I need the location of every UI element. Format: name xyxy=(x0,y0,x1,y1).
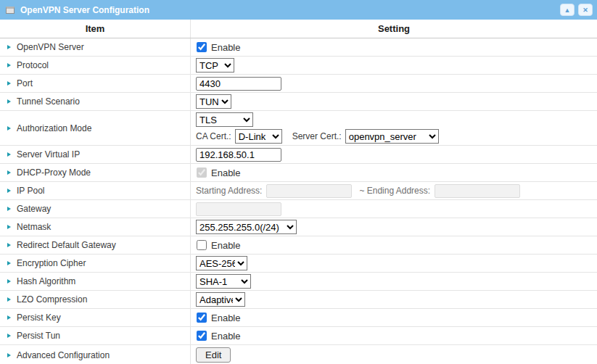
server-cert-label: Server Cert.: xyxy=(292,131,342,141)
window-title: OpenVPN Server Configuration xyxy=(20,5,556,15)
enable-label: Enable xyxy=(211,167,240,178)
row-gateway: Gateway xyxy=(0,200,597,218)
item-label: Server Virtual IP xyxy=(17,149,80,160)
item-header: Item xyxy=(0,20,191,38)
arrow-bullet-icon xyxy=(7,99,11,104)
item-label: Gateway xyxy=(17,204,51,214)
arrow-bullet-icon xyxy=(7,152,11,157)
openvpn-server-enable-checkbox[interactable] xyxy=(197,42,207,52)
netmask-select[interactable]: 255.255.255.0(/24) xyxy=(196,220,297,234)
item-label: DHCP-Proxy Mode xyxy=(17,167,91,178)
arrow-bullet-icon xyxy=(7,315,11,320)
row-protocol: Protocol TCP xyxy=(0,57,597,75)
row-persist-tun: Persist Tun Enable xyxy=(0,327,597,345)
arrow-bullet-icon xyxy=(7,170,11,175)
enable-label: Enable xyxy=(211,331,240,342)
row-openvpn-server: OpenVPN Server Enable xyxy=(0,38,597,57)
redirect-default-gateway-enable-checkbox[interactable] xyxy=(197,240,207,250)
arrow-bullet-icon xyxy=(7,297,11,302)
setting-header: Setting xyxy=(191,20,597,38)
arrow-bullet-icon xyxy=(7,279,11,284)
row-tunnel-scenario: Tunnel Scenario TUN xyxy=(0,93,597,111)
title-bar: OpenVPN Server Configuration ▲ ✕ xyxy=(0,0,597,20)
close-icon: ✕ xyxy=(582,7,588,14)
item-label: Persist Key xyxy=(17,313,61,323)
lzo-compression-select[interactable]: Adaptive xyxy=(196,292,245,307)
arrow-bullet-icon xyxy=(7,126,11,131)
settings-table: Item Setting OpenVPN Server Enable Proto… xyxy=(0,20,597,364)
row-server-virtual-ip: Server Virtual IP xyxy=(0,146,597,164)
server-virtual-ip-input[interactable] xyxy=(196,148,281,162)
close-button[interactable]: ✕ xyxy=(578,4,593,16)
arrow-bullet-icon xyxy=(7,353,11,357)
arrow-bullet-icon xyxy=(7,207,11,211)
row-ip-pool: IP Pool Starting Address: ~ Ending Addre… xyxy=(0,182,597,200)
dhcp-proxy-enable-checkbox xyxy=(197,167,207,178)
encryption-cipher-select[interactable]: AES-256 xyxy=(196,256,247,270)
item-label: IP Pool xyxy=(17,186,44,196)
authorization-mode-select[interactable]: TLS xyxy=(196,112,253,127)
item-label: Protocol xyxy=(17,60,49,70)
item-label: Authorization Mode xyxy=(17,123,91,133)
item-label: Redirect Default Gateway xyxy=(17,240,116,250)
enable-label: Enable xyxy=(211,42,240,53)
persist-key-enable-checkbox[interactable] xyxy=(197,313,207,323)
collapse-icon: ▲ xyxy=(564,7,571,14)
item-label: LZO Compression xyxy=(17,294,87,305)
row-dhcp-proxy-mode: DHCP-Proxy Mode Enable xyxy=(0,164,597,182)
arrow-bullet-icon xyxy=(7,243,11,247)
protocol-select[interactable]: TCP xyxy=(196,58,234,73)
table-header-row: Item Setting xyxy=(0,20,597,38)
item-label: Advanced Configuration xyxy=(17,350,110,360)
row-persist-key: Persist Key Enable xyxy=(0,309,597,327)
item-label: Tunnel Scenario xyxy=(17,96,80,107)
item-label: OpenVPN Server xyxy=(17,42,84,52)
row-lzo-compression: LZO Compression Adaptive xyxy=(0,291,597,309)
item-label: Hash Algorithm xyxy=(17,276,75,286)
arrow-bullet-icon xyxy=(7,261,11,265)
hash-algorithm-select[interactable]: SHA-1 xyxy=(196,274,251,289)
starting-address-input xyxy=(266,184,352,198)
enable-label: Enable xyxy=(211,240,240,251)
tunnel-scenario-select[interactable]: TUN xyxy=(196,94,231,109)
server-cert-select[interactable]: openvpn_server xyxy=(345,129,439,144)
enable-label: Enable xyxy=(211,313,240,323)
ca-cert-label: CA Cert.: xyxy=(196,131,231,141)
item-label: Encryption Cipher xyxy=(17,258,86,268)
ending-address-label: ~ Ending Address: xyxy=(359,186,430,196)
ending-address-input xyxy=(435,184,520,198)
row-netmask: Netmask 255.255.255.0(/24) xyxy=(0,218,597,236)
window-icon xyxy=(6,7,15,14)
row-encryption-cipher: Encryption Cipher AES-256 xyxy=(0,255,597,273)
port-input[interactable] xyxy=(196,77,281,91)
collapse-button[interactable]: ▲ xyxy=(560,4,575,16)
row-port: Port xyxy=(0,75,597,93)
persist-tun-enable-checkbox[interactable] xyxy=(197,331,207,341)
starting-address-label: Starting Address: xyxy=(196,186,262,196)
item-label: Port xyxy=(17,78,33,88)
arrow-bullet-icon xyxy=(7,225,11,229)
row-authorization-mode: Authorization Mode TLS CA Cert.: D-Link … xyxy=(0,111,597,146)
row-hash-algorithm: Hash Algorithm SHA-1 xyxy=(0,273,597,291)
item-label: Netmask xyxy=(17,222,51,232)
arrow-bullet-icon xyxy=(7,63,11,67)
arrow-bullet-icon xyxy=(7,334,11,338)
gateway-input xyxy=(196,202,281,216)
item-label: Persist Tun xyxy=(17,331,60,341)
arrow-bullet-icon xyxy=(7,81,11,86)
row-advanced-configuration: Advanced Configuration Edit xyxy=(0,345,597,364)
arrow-bullet-icon xyxy=(7,45,11,49)
arrow-bullet-icon xyxy=(7,189,11,193)
advanced-configuration-edit-button[interactable]: Edit xyxy=(196,347,231,363)
row-redirect-default-gateway: Redirect Default Gateway Enable xyxy=(0,236,597,255)
ca-cert-select[interactable]: D-Link xyxy=(235,129,282,144)
